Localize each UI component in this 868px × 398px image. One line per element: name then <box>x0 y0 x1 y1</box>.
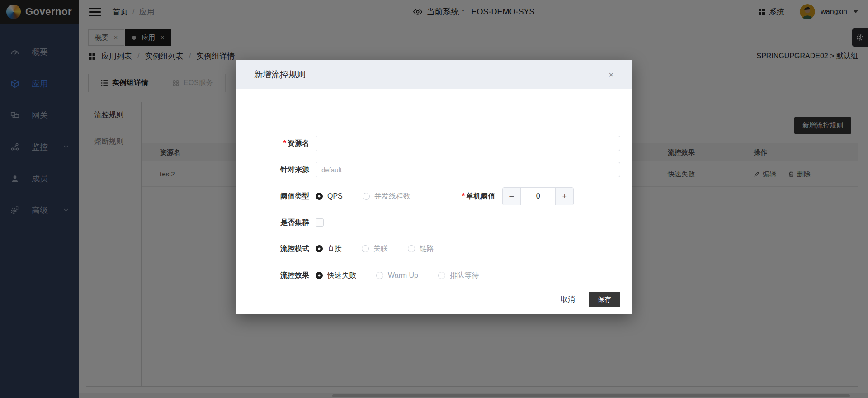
radio-option-label: 排队等待 <box>450 271 479 280</box>
resource-name-row: *资源名 <box>236 136 620 151</box>
quantity-stepper: − 0 + <box>502 187 574 205</box>
radio-option-queue-wait[interactable]: 排队等待 <box>438 271 479 280</box>
radio-option-label: 并发线程数 <box>374 192 410 201</box>
radio-option-label: 快速失败 <box>327 271 356 280</box>
radio-icon[interactable] <box>408 245 415 252</box>
cluster-label: 是否集群 <box>236 218 309 227</box>
radio-option-warm-up[interactable]: Warm Up <box>376 271 418 280</box>
single-threshold-group: *单机阈值 − 0 + <box>462 187 574 205</box>
save-button[interactable]: 保存 <box>589 292 620 307</box>
cluster-checkbox[interactable] <box>316 218 324 227</box>
resource-name-input[interactable] <box>316 136 620 151</box>
resource-name-label: *资源名 <box>236 139 309 148</box>
radio-icon[interactable] <box>376 272 383 279</box>
flow-effect-options: 快速失败 Warm Up 排队等待 <box>316 271 479 280</box>
radio-icon[interactable] <box>438 272 445 279</box>
single-threshold-label: *单机阈值 <box>462 192 495 201</box>
radio-option-label: QPS <box>327 192 343 200</box>
radio-option-label: 关联 <box>373 244 388 254</box>
modal-title: 新增流控规则 <box>254 69 306 81</box>
radio-selected-icon[interactable] <box>316 193 323 200</box>
flow-effect-row: 流控效果 快速失败 Warm Up 排队等待 <box>236 271 620 280</box>
radio-option-label: Warm Up <box>388 271 418 280</box>
add-flow-rule-modal: 新增流控规则 × *资源名 针对来源 阈值类型 QPS 并发线程数 <box>236 60 632 314</box>
radio-icon[interactable] <box>362 245 369 252</box>
radio-option-label: 直接 <box>327 244 342 254</box>
radio-option-qps[interactable]: QPS <box>316 192 343 200</box>
cancel-button[interactable]: 取消 <box>561 295 575 304</box>
stepper-minus-button[interactable]: − <box>503 188 521 205</box>
radio-option-fast-fail[interactable]: 快速失败 <box>316 271 356 280</box>
threshold-type-options: QPS 并发线程数 <box>316 192 410 201</box>
threshold-type-row: 阈值类型 QPS 并发线程数 *单机阈值 − 0 + <box>236 187 620 205</box>
flow-effect-label: 流控效果 <box>236 271 309 280</box>
required-asterisk: * <box>462 192 465 200</box>
radio-option-chain[interactable]: 链路 <box>408 244 434 254</box>
flow-mode-row: 流控模式 直接 关联 链路 <box>236 244 620 253</box>
radio-option-label: 链路 <box>420 244 434 254</box>
modal-header: 新增流控规则 × <box>236 60 632 89</box>
radio-option-threads[interactable]: 并发线程数 <box>363 192 410 201</box>
radio-option-direct[interactable]: 直接 <box>316 244 342 254</box>
threshold-type-label: 阈值类型 <box>236 192 309 201</box>
modal-footer: 取消 保存 <box>236 284 632 314</box>
source-row: 针对来源 <box>236 162 620 177</box>
close-icon[interactable]: × <box>609 70 614 79</box>
required-asterisk: * <box>283 139 286 147</box>
source-label: 针对来源 <box>236 165 309 175</box>
flow-mode-label: 流控模式 <box>236 244 309 254</box>
source-input[interactable] <box>316 162 620 177</box>
flow-mode-options: 直接 关联 链路 <box>316 244 434 254</box>
stepper-plus-button[interactable]: + <box>555 188 573 205</box>
radio-selected-icon[interactable] <box>316 245 323 252</box>
stepper-value[interactable]: 0 <box>521 188 555 205</box>
radio-option-related[interactable]: 关联 <box>362 244 388 254</box>
cluster-row: 是否集群 <box>236 218 620 227</box>
radio-icon[interactable] <box>363 193 370 200</box>
radio-selected-icon[interactable] <box>316 272 323 279</box>
